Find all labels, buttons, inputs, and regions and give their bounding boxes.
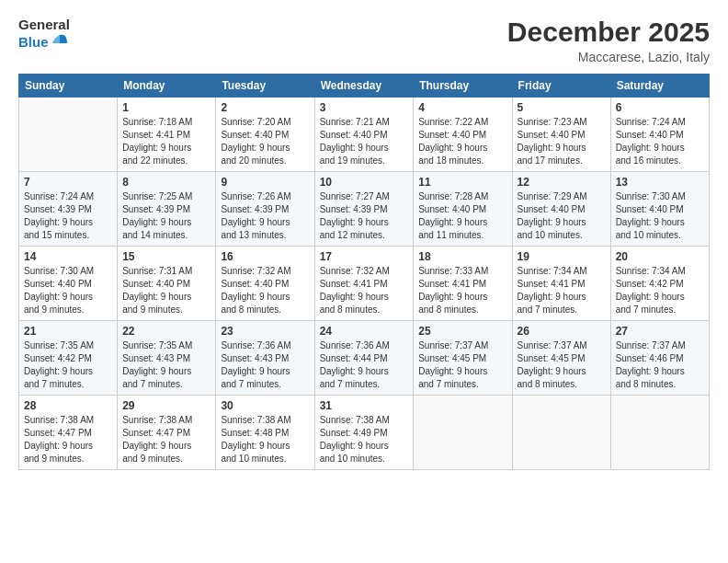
col-tuesday: Tuesday xyxy=(216,75,314,98)
month-year: December 2025 xyxy=(507,17,710,48)
day-info: Sunrise: 7:37 AMSunset: 4:45 PMDaylight:… xyxy=(418,339,506,391)
logo: General Blue xyxy=(18,17,70,51)
col-saturday: Saturday xyxy=(610,75,709,98)
day-number: 8 xyxy=(122,176,210,189)
day-info: Sunrise: 7:34 AMSunset: 4:41 PMDaylight:… xyxy=(518,265,606,316)
table-row: 4Sunrise: 7:22 AMSunset: 4:40 PMDaylight… xyxy=(414,98,512,172)
table-row xyxy=(512,396,610,470)
logo-sail-icon xyxy=(51,32,69,51)
table-row: 30Sunrise: 7:38 AMSunset: 4:48 PMDayligh… xyxy=(216,396,314,470)
day-number: 1 xyxy=(122,101,210,114)
day-number: 29 xyxy=(122,399,210,412)
day-number: 14 xyxy=(24,250,112,263)
table-row: 10Sunrise: 7:27 AMSunset: 4:39 PMDayligh… xyxy=(314,172,414,247)
day-info: Sunrise: 7:37 AMSunset: 4:46 PMDaylight:… xyxy=(616,339,704,391)
day-info: Sunrise: 7:30 AMSunset: 4:40 PMDaylight:… xyxy=(24,265,112,316)
day-info: Sunrise: 7:31 AMSunset: 4:40 PMDaylight:… xyxy=(122,265,210,316)
day-number: 7 xyxy=(24,176,112,189)
table-row: 14Sunrise: 7:30 AMSunset: 4:40 PMDayligh… xyxy=(19,247,118,321)
table-row: 3Sunrise: 7:21 AMSunset: 4:40 PMDaylight… xyxy=(314,98,414,172)
table-row: 15Sunrise: 7:31 AMSunset: 4:40 PMDayligh… xyxy=(118,247,216,321)
day-number: 6 xyxy=(616,101,704,114)
day-info: Sunrise: 7:38 AMSunset: 4:49 PMDaylight:… xyxy=(320,414,409,465)
day-number: 18 xyxy=(418,250,506,263)
col-friday: Friday xyxy=(512,75,610,98)
day-number: 11 xyxy=(418,176,506,189)
day-info: Sunrise: 7:32 AMSunset: 4:40 PMDaylight:… xyxy=(221,265,309,316)
table-row: 9Sunrise: 7:26 AMSunset: 4:39 PMDaylight… xyxy=(216,172,314,247)
col-wednesday: Wednesday xyxy=(314,75,414,98)
day-info: Sunrise: 7:36 AMSunset: 4:44 PMDaylight:… xyxy=(320,339,409,391)
day-number: 4 xyxy=(418,101,506,114)
day-info: Sunrise: 7:35 AMSunset: 4:42 PMDaylight:… xyxy=(24,339,112,391)
day-number: 27 xyxy=(616,325,704,338)
day-info: Sunrise: 7:20 AMSunset: 4:40 PMDaylight:… xyxy=(221,116,309,167)
day-number: 31 xyxy=(320,399,409,412)
day-info: Sunrise: 7:33 AMSunset: 4:41 PMDaylight:… xyxy=(418,265,506,316)
table-row: 2Sunrise: 7:20 AMSunset: 4:40 PMDaylight… xyxy=(216,98,314,172)
table-row: 28Sunrise: 7:38 AMSunset: 4:47 PMDayligh… xyxy=(19,396,118,470)
day-info: Sunrise: 7:22 AMSunset: 4:40 PMDaylight:… xyxy=(418,116,506,167)
day-info: Sunrise: 7:26 AMSunset: 4:39 PMDaylight:… xyxy=(221,190,309,242)
day-number: 21 xyxy=(24,325,112,338)
day-number: 25 xyxy=(418,325,506,338)
day-number: 10 xyxy=(320,176,409,189)
table-row: 17Sunrise: 7:32 AMSunset: 4:41 PMDayligh… xyxy=(314,247,414,321)
logo-blue: Blue xyxy=(18,34,49,50)
table-row: 12Sunrise: 7:29 AMSunset: 4:40 PMDayligh… xyxy=(512,172,610,247)
day-info: Sunrise: 7:32 AMSunset: 4:41 PMDaylight:… xyxy=(320,265,409,316)
day-number: 20 xyxy=(616,250,704,263)
day-number: 5 xyxy=(518,101,606,114)
table-row xyxy=(414,396,512,470)
table-row: 29Sunrise: 7:38 AMSunset: 4:47 PMDayligh… xyxy=(118,396,216,470)
table-row xyxy=(19,98,118,172)
day-info: Sunrise: 7:28 AMSunset: 4:40 PMDaylight:… xyxy=(418,190,506,242)
table-row: 23Sunrise: 7:36 AMSunset: 4:43 PMDayligh… xyxy=(216,321,314,396)
table-row: 27Sunrise: 7:37 AMSunset: 4:46 PMDayligh… xyxy=(610,321,709,396)
table-row: 6Sunrise: 7:24 AMSunset: 4:40 PMDaylight… xyxy=(610,98,709,172)
table-row: 16Sunrise: 7:32 AMSunset: 4:40 PMDayligh… xyxy=(216,247,314,321)
day-info: Sunrise: 7:21 AMSunset: 4:40 PMDaylight:… xyxy=(320,116,409,167)
day-info: Sunrise: 7:24 AMSunset: 4:39 PMDaylight:… xyxy=(24,190,112,242)
day-info: Sunrise: 7:38 AMSunset: 4:47 PMDaylight:… xyxy=(122,414,210,465)
day-number: 16 xyxy=(221,250,309,263)
table-row: 1Sunrise: 7:18 AMSunset: 4:41 PMDaylight… xyxy=(118,98,216,172)
day-number: 15 xyxy=(122,250,210,263)
table-row: 26Sunrise: 7:37 AMSunset: 4:45 PMDayligh… xyxy=(512,321,610,396)
day-number: 26 xyxy=(518,325,606,338)
day-number: 22 xyxy=(122,325,210,338)
col-thursday: Thursday xyxy=(414,75,512,98)
day-info: Sunrise: 7:34 AMSunset: 4:42 PMDaylight:… xyxy=(616,265,704,316)
day-number: 24 xyxy=(320,325,409,338)
table-row: 19Sunrise: 7:34 AMSunset: 4:41 PMDayligh… xyxy=(512,247,610,321)
day-number: 28 xyxy=(24,399,112,412)
page: General Blue December 2025 Maccarese, La… xyxy=(0,0,728,563)
day-info: Sunrise: 7:29 AMSunset: 4:40 PMDaylight:… xyxy=(518,190,606,242)
day-info: Sunrise: 7:38 AMSunset: 4:48 PMDaylight:… xyxy=(221,414,309,465)
day-info: Sunrise: 7:25 AMSunset: 4:39 PMDaylight:… xyxy=(122,190,210,242)
calendar-table: Sunday Monday Tuesday Wednesday Thursday… xyxy=(18,74,710,470)
day-info: Sunrise: 7:36 AMSunset: 4:43 PMDaylight:… xyxy=(221,339,309,391)
location: Maccarese, Lazio, Italy xyxy=(507,50,710,64)
header: General Blue December 2025 Maccarese, La… xyxy=(18,17,710,64)
day-info: Sunrise: 7:38 AMSunset: 4:47 PMDaylight:… xyxy=(24,414,112,465)
table-row: 31Sunrise: 7:38 AMSunset: 4:49 PMDayligh… xyxy=(314,396,414,470)
table-row: 25Sunrise: 7:37 AMSunset: 4:45 PMDayligh… xyxy=(414,321,512,396)
day-info: Sunrise: 7:35 AMSunset: 4:43 PMDaylight:… xyxy=(122,339,210,391)
table-row: 20Sunrise: 7:34 AMSunset: 4:42 PMDayligh… xyxy=(610,247,709,321)
calendar-header-row: Sunday Monday Tuesday Wednesday Thursday… xyxy=(19,75,710,98)
table-row: 13Sunrise: 7:30 AMSunset: 4:40 PMDayligh… xyxy=(610,172,709,247)
table-row xyxy=(610,396,709,470)
logo-general: General xyxy=(18,17,70,32)
table-row: 11Sunrise: 7:28 AMSunset: 4:40 PMDayligh… xyxy=(414,172,512,247)
day-info: Sunrise: 7:27 AMSunset: 4:39 PMDaylight:… xyxy=(320,190,409,242)
day-info: Sunrise: 7:37 AMSunset: 4:45 PMDaylight:… xyxy=(518,339,606,391)
table-row: 7Sunrise: 7:24 AMSunset: 4:39 PMDaylight… xyxy=(19,172,118,247)
col-monday: Monday xyxy=(118,75,216,98)
day-number: 3 xyxy=(320,101,409,114)
table-row: 5Sunrise: 7:23 AMSunset: 4:40 PMDaylight… xyxy=(512,98,610,172)
day-info: Sunrise: 7:23 AMSunset: 4:40 PMDaylight:… xyxy=(518,116,606,167)
day-number: 19 xyxy=(518,250,606,263)
day-number: 17 xyxy=(320,250,409,263)
day-info: Sunrise: 7:30 AMSunset: 4:40 PMDaylight:… xyxy=(616,190,704,242)
